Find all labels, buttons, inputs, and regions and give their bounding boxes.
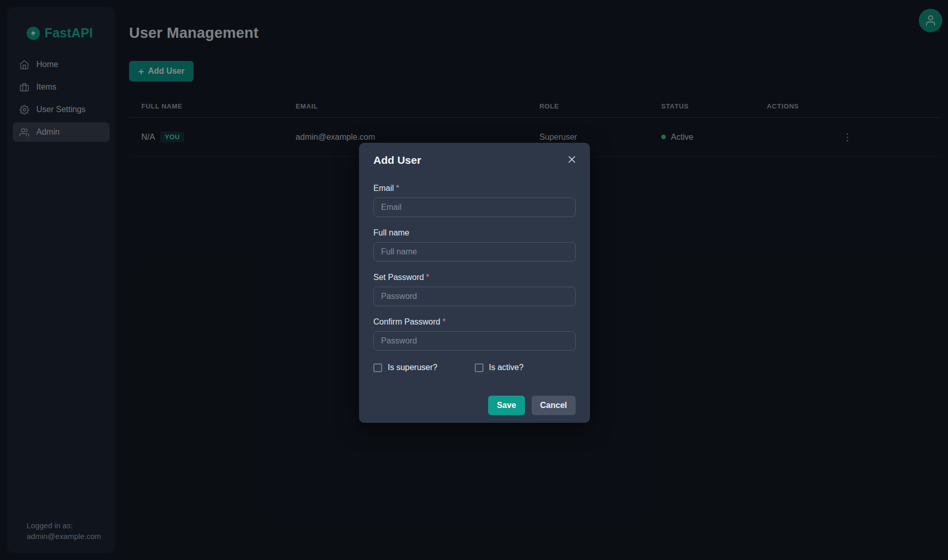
add-user-modal: Add User Email* Full name Set Password* … — [359, 143, 590, 423]
set-password-field-group: Set Password* — [373, 273, 576, 306]
is-active-label[interactable]: Is active? — [489, 363, 524, 372]
is-active-option: Is active? — [475, 363, 576, 372]
is-superuser-option: Is superuser? — [373, 363, 475, 372]
is-superuser-label[interactable]: Is superuser? — [388, 363, 437, 372]
confirm-password-label: Confirm Password* — [373, 317, 576, 327]
required-asterisk: * — [426, 273, 429, 282]
email-field-group: Email* — [373, 184, 576, 217]
required-asterisk: * — [443, 317, 446, 326]
modal-footer: Save Cancel — [373, 396, 576, 415]
full-name-field-group: Full name — [373, 228, 576, 262]
email-label: Email* — [373, 184, 576, 193]
close-icon[interactable] — [564, 152, 579, 166]
set-password-label: Set Password* — [373, 273, 576, 282]
save-button[interactable]: Save — [488, 396, 524, 415]
required-asterisk: * — [396, 184, 399, 192]
modal-title: Add User — [373, 154, 576, 166]
full-name-label: Full name — [373, 228, 576, 238]
cancel-button[interactable]: Cancel — [532, 396, 576, 415]
confirm-password-field-group: Confirm Password* — [373, 317, 576, 351]
full-name-field[interactable] — [373, 242, 576, 262]
confirm-password-field[interactable] — [373, 331, 576, 351]
modal-checkbox-row: Is superuser? Is active? — [373, 363, 576, 372]
email-field[interactable] — [373, 198, 576, 217]
is-active-checkbox[interactable] — [475, 363, 483, 372]
set-password-field[interactable] — [373, 287, 576, 306]
is-superuser-checkbox[interactable] — [373, 363, 382, 372]
